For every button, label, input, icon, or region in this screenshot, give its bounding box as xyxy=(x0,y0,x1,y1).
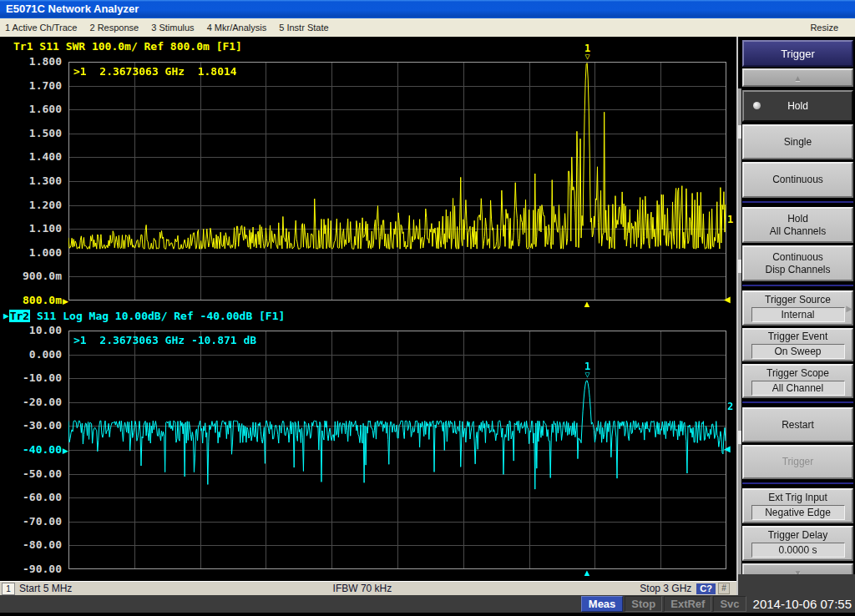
y-tick-label: 1.700 xyxy=(2,79,62,93)
date-time-display: 2014-10-06 07:55 xyxy=(748,597,855,611)
menu-mkr-analysis[interactable]: 4 Mkr/Analysis xyxy=(207,18,277,37)
trace1-param: S11 xyxy=(39,40,58,53)
trace1-name[interactable]: Tr1 xyxy=(13,40,33,53)
window-title: E5071C Network Analyzer xyxy=(6,3,139,15)
y-tick-label: 800.0m xyxy=(2,294,62,307)
softkey-separator xyxy=(742,482,853,486)
softkey-trigger-source[interactable]: Trigger Source Internal ▶ xyxy=(742,290,853,326)
ref-level-triangle-icon-logmag: ◀ xyxy=(724,444,731,454)
y-tick-label: -40.00 xyxy=(2,443,62,457)
trigger-event-value: On Sweep xyxy=(751,344,845,359)
y-tick-label: -30.00 xyxy=(2,419,62,432)
softkey-single[interactable]: Single xyxy=(742,124,853,159)
correction-status-badge: C? xyxy=(696,583,716,594)
scrollbar-handle[interactable] xyxy=(738,431,741,444)
menu-instr-state[interactable]: 5 Instr State xyxy=(279,18,338,37)
menu-active-ch-trace[interactable]: 1 Active Ch/Trace xyxy=(5,18,87,37)
softkey-continuous[interactable]: Continuous xyxy=(742,162,853,198)
trace2-number-label: 2 xyxy=(727,401,733,412)
y-tick-label: -60.00 xyxy=(2,491,62,504)
menu-response[interactable]: 2 Response xyxy=(89,18,149,37)
menu-bar: 1 Active Ch/Trace 2 Response 3 Stimulus … xyxy=(0,18,855,37)
softkey-hold-all-channels[interactable]: Hold All Channels xyxy=(742,207,853,243)
y-tick-label: 1.800 xyxy=(2,55,62,68)
marker-1-flag-logmag[interactable]: 1 ▽ xyxy=(580,363,595,379)
softkey-separator xyxy=(742,284,853,288)
logmag-plot-canvas[interactable] xyxy=(68,331,726,569)
marker1-readout-swr: >1 2.3673063 GHz 1.8014 xyxy=(73,65,237,78)
sidebar-scrollbar[interactable] xyxy=(738,88,741,574)
y-tick-label: 1.400 xyxy=(2,150,62,164)
swr-plot-canvas[interactable] xyxy=(68,62,726,300)
trigger-scope-value: All Channel xyxy=(751,381,845,396)
y-tick-label: 1.500 xyxy=(2,127,62,140)
ifbw-label: IFBW 70 kHz xyxy=(333,583,392,594)
active-trace-arrow-icon: ▶ xyxy=(3,311,9,321)
start-frequency-label: Start 5 MHz xyxy=(19,583,72,594)
softkey-separator xyxy=(742,200,853,204)
radio-selected-icon xyxy=(753,102,761,109)
y-tick-label: -90.00 xyxy=(2,563,62,576)
menu-stimulus[interactable]: 3 Stimulus xyxy=(151,18,204,37)
marker-down-triangle-icon: ▽ xyxy=(580,53,595,61)
instrument-status-bar: Meas Stop ExtRef Svc 2014-10-06 07:55 xyxy=(0,595,855,616)
softkey-ext-trig-input[interactable]: Ext Trig Input Negative Edge xyxy=(742,488,853,523)
measurement-display-area: Tr1 S11 SWR 100.0m/ Ref 800.0m [F1] 1.80… xyxy=(0,37,738,595)
trigger-delay-value: 0.0000 s xyxy=(751,543,845,558)
sidebar-filler xyxy=(738,574,855,595)
trace2-format: S11 Log Mag 10.00dB/ Ref -40.00dB [F1] xyxy=(37,310,285,322)
marker-down-triangle-icon: ▽ xyxy=(580,371,595,379)
ext-trig-input-value: Negative Edge xyxy=(751,505,845,520)
extref-status-badge: ExtRef xyxy=(664,596,711,612)
y-tick-label: 900.0m xyxy=(2,270,62,283)
y-tick-label: -10.00 xyxy=(2,371,62,385)
softkey-restart[interactable]: Restart xyxy=(742,407,853,442)
title-bar: E5071C Network Analyzer xyxy=(0,0,855,18)
softkey-trigger-delay[interactable]: Trigger Delay 0.0000 s xyxy=(742,526,853,561)
y-tick-label: -80.00 xyxy=(2,538,62,552)
ref-level-arrow-icon: ▶ xyxy=(63,295,68,308)
marker-stimulus-triangle-icon-swr[interactable]: ▲ xyxy=(583,300,592,308)
softkey-trigger-disabled: Trigger xyxy=(742,445,853,479)
scrollbar-handle[interactable] xyxy=(738,260,741,273)
softkey-hold[interactable]: Hold xyxy=(742,90,853,122)
marker-stimulus-triangle-icon-logmag[interactable]: ▲ xyxy=(583,568,592,577)
softkey-scroll-up-button[interactable]: ▲ xyxy=(742,68,853,87)
y-tick-label: 0.000 xyxy=(2,348,62,361)
submenu-arrow-icon: ▶ xyxy=(846,302,852,315)
trace2-name[interactable]: Tr2 xyxy=(9,310,30,322)
hash-indicator: # xyxy=(718,583,730,594)
meas-status-badge: Meas xyxy=(581,596,624,612)
y-tick-label: -50.00 xyxy=(2,467,62,481)
y-tick-label: 1.000 xyxy=(2,246,62,260)
stop-frequency-label: Stop 3 GHz xyxy=(640,583,691,594)
y-tick-label: 1.100 xyxy=(2,222,62,235)
y-tick-label: 1.300 xyxy=(2,174,62,188)
ref-level-triangle-icon-swr: ◀ xyxy=(724,295,731,305)
y-tick-label: 1.600 xyxy=(2,103,62,116)
stimulus-status-strip: 1 Start 5 MHz IFBW 70 kHz Stop 3 GHz C? … xyxy=(0,581,736,595)
softkey-menu-title: Trigger xyxy=(742,40,853,67)
y-tick-label: 1.200 xyxy=(2,199,62,212)
softkey-trigger-scope[interactable]: Trigger Scope All Channel xyxy=(742,364,853,398)
channel-number-box: 1 xyxy=(2,583,15,595)
softkey-trigger-event[interactable]: Trigger Event On Sweep xyxy=(742,328,853,361)
softkey-sidebar: Trigger ▲ Hold Single Continuous Hold Al… xyxy=(738,37,855,595)
scroll-up-icon: ▲ xyxy=(794,73,802,83)
trace1-number-label: 1 xyxy=(727,214,733,225)
marker-1-flag-swr[interactable]: 1 ▽ xyxy=(580,45,595,61)
softkey-separator xyxy=(742,401,853,405)
menu-resize[interactable]: Resize xyxy=(810,18,848,37)
marker1-readout-logmag: >1 2.3673063 GHz -10.871 dB xyxy=(73,334,256,346)
y-tick-label: -20.00 xyxy=(2,396,62,409)
trigger-source-value: Internal xyxy=(751,307,845,322)
e5071c-application-window: E5071C Network Analyzer 1 Active Ch/Trac… xyxy=(0,0,855,616)
y-tick-label: -70.00 xyxy=(2,515,62,528)
trace1-header: Tr1 S11 SWR 100.0m/ Ref 800.0m [F1] xyxy=(13,40,242,53)
trace2-header: ▶Tr2 S11 Log Mag 10.00dB/ Ref -40.00dB [… xyxy=(3,310,285,322)
ref-level-arrow-icon: ▶ xyxy=(63,444,68,457)
scrollbar-handle[interactable] xyxy=(738,125,741,139)
trace1-format: SWR 100.0m/ Ref 800.0m [F1] xyxy=(66,40,242,53)
softkey-continuous-disp-channels[interactable]: Continuous Disp Channels xyxy=(742,245,853,281)
y-tick-label: 10.00 xyxy=(2,324,62,337)
